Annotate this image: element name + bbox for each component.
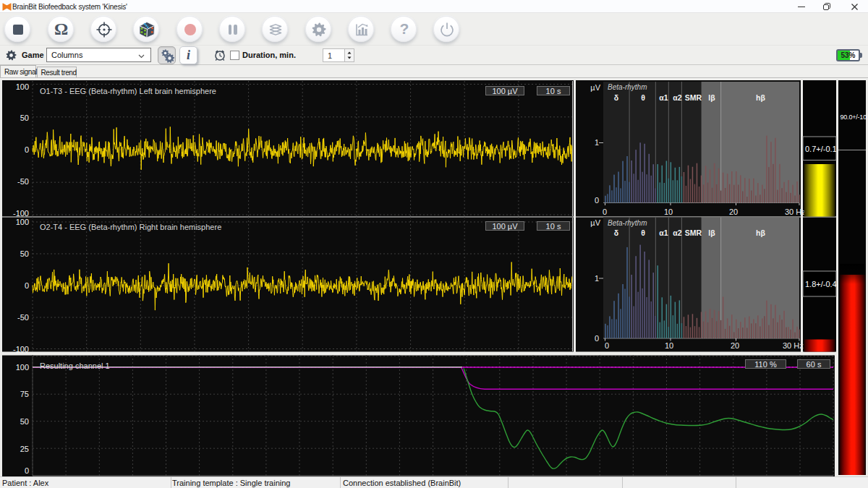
- svg-text:O1-T3 - EEG (Beta-rhythm) Left: O1-T3 - EEG (Beta-rhythm) Left brain hem…: [40, 87, 216, 95]
- svg-text:0: 0: [25, 281, 29, 290]
- svg-text:0.7+/-0.1: 0.7+/-0.1: [805, 145, 837, 153]
- svg-text:0: 0: [25, 145, 29, 154]
- svg-text:SMR: SMR: [685, 228, 702, 237]
- svg-text:-100: -100: [13, 209, 29, 218]
- svg-text:50: 50: [20, 417, 29, 426]
- svg-text:10: 10: [664, 207, 673, 216]
- svg-text:δ: δ: [614, 228, 618, 237]
- svg-text:0: 0: [25, 466, 29, 475]
- svg-text:75: 75: [20, 390, 29, 398]
- svg-text:100: 100: [16, 363, 29, 372]
- svg-text:100: 100: [16, 218, 29, 226]
- svg-text:α2: α2: [673, 228, 681, 237]
- svg-text:0: 0: [595, 334, 599, 343]
- svg-text:α1: α1: [659, 93, 668, 102]
- svg-text:hβ: hβ: [756, 228, 765, 237]
- svg-text:-100: -100: [13, 345, 29, 354]
- svg-text:100: 100: [16, 82, 29, 91]
- svg-text:θ: θ: [641, 228, 645, 237]
- svg-text:θ: θ: [641, 93, 645, 102]
- svg-text:1: 1: [595, 274, 599, 283]
- svg-text:-50: -50: [17, 177, 29, 186]
- svg-text:0: 0: [595, 196, 599, 205]
- svg-text:0: 0: [605, 341, 609, 350]
- svg-text:30 Hz: 30 Hz: [785, 207, 806, 216]
- svg-text:0: 0: [603, 207, 607, 216]
- svg-text:20: 20: [729, 207, 738, 216]
- svg-text:α2: α2: [673, 93, 681, 102]
- svg-text:1.8+/-0.4: 1.8+/-0.4: [805, 280, 837, 288]
- svg-text:lβ: lβ: [708, 228, 715, 237]
- svg-text:hβ: hβ: [756, 93, 765, 102]
- svg-text:Resulting channel 1: Resulting channel 1: [40, 361, 110, 370]
- svg-text:Beta-rhythm: Beta-rhythm: [608, 219, 647, 227]
- svg-text:SMR: SMR: [685, 93, 702, 102]
- svg-text:50: 50: [20, 249, 29, 258]
- svg-text:µV: µV: [590, 83, 600, 92]
- svg-text:µV: µV: [590, 218, 600, 227]
- svg-text:20: 20: [731, 341, 739, 350]
- svg-text:1: 1: [595, 138, 599, 147]
- svg-text:25: 25: [20, 445, 29, 453]
- svg-text:α1: α1: [659, 228, 668, 237]
- svg-text:90.0+/-10.: 90.0+/-10.: [841, 114, 868, 121]
- svg-text:-50: -50: [17, 313, 29, 322]
- svg-text:lβ: lβ: [708, 93, 715, 102]
- svg-text:10: 10: [665, 341, 673, 350]
- svg-text:O2-T4 - EEG (Beta-rhythm) Righ: O2-T4 - EEG (Beta-rhythm) Right brain he…: [40, 223, 221, 231]
- svg-text:Beta-rhythm: Beta-rhythm: [608, 83, 647, 91]
- svg-text:50: 50: [20, 114, 29, 122]
- svg-text:δ: δ: [614, 93, 618, 102]
- svg-text:30 Hz: 30 Hz: [783, 341, 804, 350]
